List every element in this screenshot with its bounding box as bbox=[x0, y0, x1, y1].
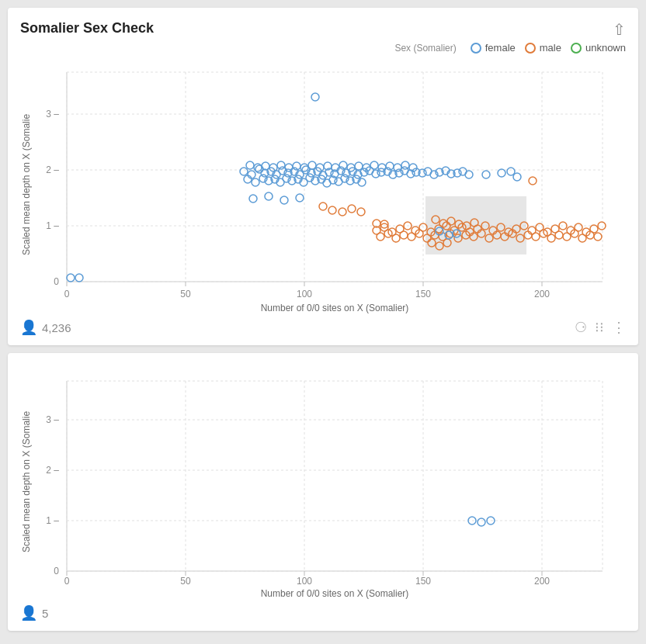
svg-point-29 bbox=[311, 93, 319, 101]
unknown-label: unknown bbox=[585, 42, 626, 54]
svg-point-172 bbox=[532, 233, 540, 241]
svg-point-30 bbox=[240, 168, 248, 175]
chart-area-2: 0 1 – 2 – 3 – 0 50 100 150 200 Scaled me… bbox=[20, 365, 626, 598]
svg-point-186 bbox=[348, 205, 356, 213]
svg-point-184 bbox=[328, 206, 336, 214]
svg-text:Scaled mean depth on X (Somali: Scaled mean depth on X (Somalie bbox=[21, 411, 32, 552]
svg-point-121 bbox=[529, 177, 537, 185]
svg-point-109 bbox=[401, 161, 409, 169]
svg-point-180 bbox=[594, 233, 602, 241]
people-icon-2: 👤 bbox=[20, 604, 37, 621]
svg-text:100: 100 bbox=[297, 576, 312, 587]
svg-text:3 –: 3 – bbox=[46, 109, 59, 119]
svg-point-114 bbox=[513, 173, 521, 181]
svg-text:Number of 0/0 sites on X (Soma: Number of 0/0 sites on X (Somalier) bbox=[261, 303, 409, 313]
legend-label: Sex (Somalier) bbox=[394, 43, 456, 54]
card-1-header: Somalier Sex Check ⇧ bbox=[20, 20, 626, 39]
svg-text:50: 50 bbox=[180, 289, 191, 299]
svg-text:2 –: 2 – bbox=[46, 465, 59, 476]
svg-point-187 bbox=[357, 208, 365, 216]
card-1: Somalier Sex Check ⇧ Sex (Somalier) fema… bbox=[8, 8, 638, 345]
female-label: female bbox=[485, 42, 516, 54]
svg-point-103 bbox=[355, 162, 363, 170]
svg-point-94 bbox=[285, 164, 293, 171]
svg-point-152 bbox=[377, 233, 384, 241]
svg-point-113 bbox=[482, 171, 490, 178]
legend-item-female: female bbox=[471, 42, 516, 54]
svg-point-154 bbox=[392, 234, 400, 242]
svg-point-176 bbox=[563, 233, 571, 241]
svg-text:0: 0 bbox=[54, 276, 59, 287]
svg-point-175 bbox=[555, 231, 563, 239]
svg-text:0: 0 bbox=[64, 289, 70, 299]
svg-text:3 –: 3 – bbox=[46, 414, 59, 425]
svg-text:Number of 0/0 sites on X (Soma: Number of 0/0 sites on X (Somalier) bbox=[261, 588, 409, 599]
svg-point-120 bbox=[296, 194, 304, 202]
svg-point-183 bbox=[319, 203, 327, 210]
scatter-plot-2: 0 1 – 2 – 3 – 0 50 100 150 200 Scaled me… bbox=[20, 365, 616, 598]
svg-text:0: 0 bbox=[64, 576, 70, 587]
svg-point-106 bbox=[378, 164, 386, 171]
svg-point-68 bbox=[465, 171, 473, 178]
svg-point-174 bbox=[547, 234, 555, 242]
svg-point-156 bbox=[408, 233, 415, 241]
people-icon-1: 👤 bbox=[20, 319, 37, 336]
svg-point-117 bbox=[249, 195, 257, 203]
svg-point-155 bbox=[400, 231, 408, 239]
svg-text:200: 200 bbox=[534, 576, 550, 587]
add-annotation-button[interactable]: ⚆ bbox=[575, 319, 587, 336]
count-area-2: 👤 5 bbox=[20, 604, 48, 621]
count-area-1: 👤 4,236 bbox=[20, 319, 71, 336]
svg-point-178 bbox=[578, 234, 586, 242]
svg-text:100: 100 bbox=[297, 289, 312, 299]
svg-point-118 bbox=[265, 192, 273, 200]
svg-point-52 bbox=[372, 170, 380, 178]
svg-point-230 bbox=[478, 518, 485, 526]
svg-point-116 bbox=[75, 274, 83, 282]
card-1-footer: 👤 4,236 ⚆ ⁝⁝ ⋮ bbox=[20, 319, 626, 336]
svg-point-97 bbox=[308, 161, 316, 169]
chart-title-1: Somalier Sex Check bbox=[20, 20, 154, 36]
svg-point-185 bbox=[339, 208, 346, 216]
card-2-footer: 👤 5 bbox=[20, 604, 626, 621]
svg-point-70 bbox=[252, 178, 259, 186]
legend-item-male: male bbox=[525, 42, 561, 54]
unknown-dot bbox=[571, 43, 582, 54]
male-label: male bbox=[540, 42, 561, 54]
count-label-2: 5 bbox=[42, 607, 48, 620]
svg-text:150: 150 bbox=[415, 289, 431, 299]
card-2: 0 1 – 2 – 3 – 0 50 100 150 200 Scaled me… bbox=[8, 353, 638, 631]
upload-icon[interactable]: ⇧ bbox=[613, 20, 626, 39]
settings-button[interactable]: ⁝⁝ bbox=[595, 319, 604, 336]
legend-item-unknown: unknown bbox=[571, 42, 626, 54]
svg-text:200: 200 bbox=[534, 289, 550, 299]
svg-text:1 –: 1 – bbox=[46, 220, 59, 231]
count-label-1: 4,236 bbox=[42, 321, 71, 334]
chart-area-1: 0 1 – 2 – 3 – 0 50 100 150 200 Scaled me… bbox=[20, 57, 626, 313]
svg-point-119 bbox=[280, 196, 288, 204]
svg-text:150: 150 bbox=[415, 576, 431, 587]
more-button[interactable]: ⋮ bbox=[612, 319, 626, 336]
svg-text:50: 50 bbox=[180, 576, 191, 587]
svg-point-89 bbox=[246, 161, 254, 169]
scatter-plot-1: 0 1 – 2 – 3 – 0 50 100 150 200 Scaled me… bbox=[20, 57, 616, 313]
svg-point-93 bbox=[277, 161, 285, 169]
svg-text:2 –: 2 – bbox=[46, 164, 59, 175]
svg-text:Scaled mean depth on X (Somali: Scaled mean depth on X (Somalie bbox=[21, 114, 32, 255]
legend: Sex (Somalier) female male unknown bbox=[20, 42, 626, 54]
male-dot bbox=[525, 43, 536, 54]
toolbar-1: ⚆ ⁝⁝ ⋮ bbox=[575, 319, 626, 336]
svg-point-105 bbox=[370, 161, 378, 169]
svg-point-115 bbox=[67, 274, 75, 282]
svg-text:0: 0 bbox=[54, 566, 59, 576]
svg-text:1 –: 1 – bbox=[46, 515, 59, 526]
female-dot bbox=[471, 43, 481, 54]
